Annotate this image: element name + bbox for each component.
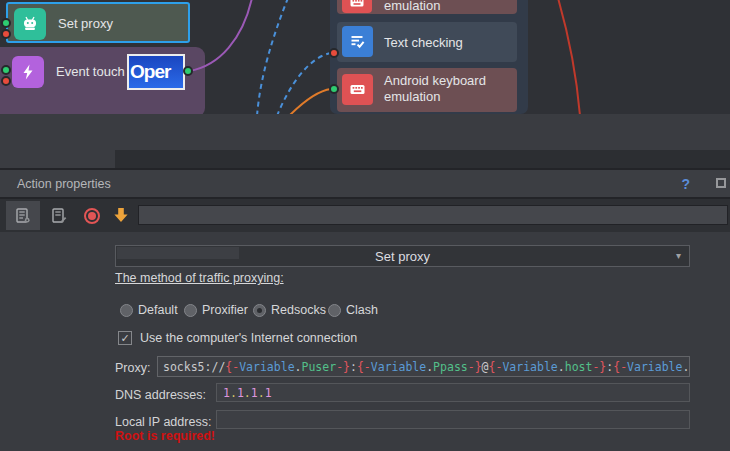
connection-red-link: [558, 0, 580, 114]
local-ip-label: Local IP address:: [115, 415, 211, 429]
token: -}: [336, 360, 350, 374]
token: 1: [223, 386, 230, 400]
help-icon[interactable]: ?: [681, 176, 690, 192]
token: 1: [265, 386, 272, 400]
panel-toolbar: [0, 199, 730, 232]
connector-dot-green[interactable]: [183, 66, 193, 76]
token: {-: [613, 360, 627, 374]
doc-pencil-icon: [50, 207, 68, 225]
connector-dot-red[interactable]: [1, 29, 11, 39]
radio-proxifier[interactable]: Proxifier: [184, 303, 248, 317]
chevron-down-icon: ▾: [676, 250, 681, 261]
panel-title: Action properties: [17, 177, 111, 191]
token: Puser: [302, 360, 337, 374]
action-properties-panel: Action properties ?: [0, 168, 730, 451]
computer-internet-checkbox-row[interactable]: ✓ Use the computer's Internet connection: [118, 331, 357, 345]
panel-titlebar: Action properties ?: [0, 170, 730, 199]
radio-label: Proxifier: [202, 303, 248, 317]
record-icon: [84, 208, 100, 224]
workspace-gap-inner: [115, 150, 730, 168]
node-set-proxy[interactable]: Set proxy: [6, 2, 190, 43]
token: .: [295, 360, 302, 374]
record-button[interactable]: [78, 201, 106, 230]
connection-blue-link-a: [257, 0, 288, 114]
token: .: [558, 360, 565, 374]
keyboard-icon-partial: [342, 0, 372, 13]
root-required-warning: Root is required!: [115, 429, 215, 443]
action-type-dropdown[interactable]: Set proxy ▾: [115, 245, 690, 267]
token: {-: [489, 360, 503, 374]
token: .: [682, 360, 689, 374]
flowchart-canvas[interactable]: Set proxy Event touch Oper emulation Tex…: [0, 0, 730, 114]
event-touch-icon: [12, 56, 44, 88]
dns-addresses-input[interactable]: 1.1.1.1: [216, 383, 690, 402]
token: Variable: [627, 360, 682, 374]
token: {-: [357, 360, 371, 374]
token: @: [482, 360, 489, 374]
token: socks5://: [163, 360, 225, 374]
radio-circle-icon[interactable]: [328, 304, 341, 317]
down-arrow-icon: [113, 208, 129, 223]
token: 1: [251, 386, 258, 400]
radio-label: Redsocks: [271, 303, 326, 317]
radio-redsocks[interactable]: Redsocks: [253, 303, 326, 317]
toolbar-input[interactable]: [138, 205, 728, 225]
token: Variable: [371, 360, 426, 374]
radio-clash[interactable]: Clash: [328, 303, 378, 317]
node-android-keyboard-label: Android keyboard emulation: [384, 73, 510, 105]
thumbnail-text: Oper: [130, 61, 170, 83]
connector-dot-red[interactable]: [329, 48, 339, 58]
radio-circle-icon[interactable]: [184, 304, 197, 317]
token: .: [230, 386, 237, 400]
node-text-checking-label: Text checking: [384, 35, 463, 50]
panel-content: Set proxy ▾ The method of traffic proxyi…: [0, 232, 730, 451]
node-event-touch-thumbnail[interactable]: Oper: [127, 54, 185, 90]
dns-addresses-label: DNS addresses:: [115, 388, 206, 402]
token: Ppass: [433, 360, 468, 374]
token: .: [258, 386, 265, 400]
token: :: [350, 360, 357, 374]
maximize-icon[interactable]: [716, 178, 726, 188]
action-settings-button[interactable]: [6, 201, 40, 230]
connector-dot-green[interactable]: [1, 18, 11, 28]
radio-circle-icon[interactable]: [253, 304, 266, 317]
proxy-label: Proxy:: [115, 361, 150, 375]
checkbox-icon[interactable]: ✓: [118, 331, 132, 345]
jump-down-button[interactable]: [106, 201, 136, 230]
keyboard-icon: [342, 74, 373, 105]
radio-default[interactable]: Default: [120, 303, 178, 317]
connector-dot-red[interactable]: [1, 76, 11, 86]
action-type-value: Set proxy: [116, 249, 689, 264]
local-ip-input[interactable]: [216, 410, 690, 429]
android-icon: [14, 8, 46, 40]
token: .: [244, 386, 251, 400]
connector-dot-green[interactable]: [1, 65, 11, 75]
token: {-: [225, 360, 239, 374]
connector-dot-green[interactable]: [329, 84, 339, 94]
radio-label: Clash: [346, 303, 378, 317]
radio-label: Default: [138, 303, 178, 317]
text-checking-icon: [342, 26, 373, 57]
node-emulation-partial-label: emulation: [384, 0, 440, 13]
workspace-gap: [0, 114, 730, 168]
token: 1: [237, 386, 244, 400]
node-set-proxy-label: Set proxy: [58, 16, 113, 31]
checkbox-label: Use the computer's Internet connection: [140, 331, 357, 345]
token: -}: [592, 360, 606, 374]
node-event-touch-label[interactable]: Event touch: [56, 64, 125, 79]
doc-gear-icon: [14, 207, 32, 225]
action-edit-button[interactable]: [44, 201, 74, 230]
connection-orange-link: [289, 89, 331, 114]
token: host: [565, 360, 593, 374]
proxy-input[interactable]: socks5://{-Variable.Puser-}:{-Variable.P…: [157, 356, 690, 377]
method-of-proxying-link[interactable]: The method of traffic proxying:: [115, 271, 284, 285]
token: -}: [468, 360, 482, 374]
radio-circle-icon[interactable]: [120, 304, 133, 317]
token: Variable: [239, 360, 294, 374]
token: Variable: [502, 360, 557, 374]
connection-blue-link-b: [277, 53, 331, 114]
